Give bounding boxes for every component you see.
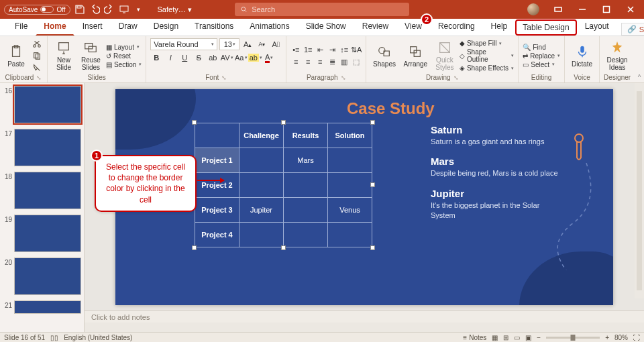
format-painter-button[interactable] (31, 62, 43, 73)
table-cell[interactable] (239, 172, 284, 197)
tab-transitions[interactable]: Transitions (186, 17, 241, 36)
ribbon-display-icon[interactable] (547, 0, 569, 19)
tab-layout[interactable]: Layout (577, 17, 617, 36)
align-center-button[interactable]: ≡ (303, 56, 313, 67)
tab-table-design[interactable]: Table Design (515, 19, 576, 36)
zoom-level[interactable]: 80% (614, 334, 628, 341)
copy-button[interactable] (31, 50, 43, 61)
table-cell[interactable] (284, 222, 328, 247)
table-cell[interactable]: Project 4 (195, 222, 239, 247)
search-box[interactable] (235, 3, 409, 16)
font-color-button[interactable]: A▾ (263, 52, 275, 63)
zoom-in-button[interactable]: + (605, 334, 609, 341)
tab-design[interactable]: Design (146, 17, 186, 36)
thumbnail-18[interactable] (14, 172, 81, 209)
replace-button[interactable]: ⇄ Replace▾ (523, 52, 560, 60)
decrease-indent-button[interactable]: ⇤ (315, 44, 325, 55)
bold-button[interactable]: B (150, 52, 162, 63)
thumbnail-21[interactable] (14, 300, 81, 314)
redo-icon[interactable] (104, 4, 115, 15)
close-icon[interactable] (620, 0, 641, 19)
decrease-font-button[interactable]: A▾ (256, 39, 268, 50)
table-cell[interactable] (284, 197, 328, 222)
search-input[interactable] (252, 5, 404, 13)
table-cell[interactable]: Project 3 (195, 197, 239, 222)
selection-handle[interactable] (192, 120, 197, 125)
find-button[interactable]: 🔍 Find (523, 44, 560, 51)
dialog-launcher-icon[interactable]: ⤡ (221, 74, 227, 81)
vertical-scrollbar[interactable] (635, 83, 644, 298)
select-button[interactable]: ▭ Select▾ (523, 61, 560, 68)
tab-home[interactable]: Home (36, 17, 74, 36)
table-cell[interactable] (195, 123, 239, 148)
shape-outline-button[interactable]: ◇ Shape Outline▾ (460, 48, 514, 63)
text-direction-button[interactable]: ⇅A (351, 44, 362, 55)
clear-formatting-button[interactable]: A⃠ (270, 39, 282, 50)
autosave-toggle[interactable]: AutoSave Off (4, 5, 70, 15)
dialog-launcher-icon[interactable]: ⤡ (341, 74, 346, 81)
dialog-launcher-icon[interactable]: ⤡ (36, 74, 42, 81)
undo-icon[interactable] (89, 4, 100, 15)
align-left-button[interactable]: ≡ (290, 56, 301, 67)
thumbnail-17[interactable] (14, 129, 81, 166)
table-cell[interactable] (328, 172, 372, 197)
shape-fill-button[interactable]: ◆ Shape Fill▾ (460, 40, 514, 47)
align-right-button[interactable]: ≡ (315, 56, 325, 67)
thumbnail-19[interactable] (14, 215, 81, 252)
document-name[interactable]: Safety… ▾ (158, 5, 192, 14)
table-cell[interactable]: Mars (284, 148, 328, 172)
increase-font-button[interactable]: A▴ (241, 39, 254, 50)
selection-handle[interactable] (281, 120, 286, 125)
justify-button[interactable]: ≣ (327, 56, 337, 67)
tab-insert[interactable]: Insert (74, 17, 111, 36)
horizontal-scrollbar[interactable] (85, 323, 644, 332)
fit-to-window-icon[interactable]: ⛶ (633, 334, 640, 341)
table-cell[interactable] (328, 222, 372, 247)
tab-review[interactable]: Review (354, 17, 396, 36)
paste-button[interactable]: Paste (4, 43, 28, 69)
table-cell[interactable]: Project 2 (195, 172, 239, 197)
change-case-button[interactable]: Aa▾ (235, 52, 247, 63)
columns-button[interactable]: ▥ (339, 56, 350, 67)
notes-toggle[interactable]: ≡ Notes (463, 334, 486, 341)
increase-indent-button[interactable]: ⇥ (327, 44, 337, 55)
notes-pane[interactable]: Click to add notes (85, 310, 644, 323)
table-object[interactable]: Challenge Results Solution Project 1 Mar… (195, 123, 372, 247)
zoom-out-button[interactable]: − (537, 334, 541, 341)
tab-draw[interactable]: Draw (111, 17, 146, 36)
slideshow-view-icon[interactable]: ▣ (525, 334, 531, 341)
zoom-slider[interactable] (546, 337, 600, 339)
language-status[interactable]: English (United States) (64, 334, 132, 341)
shape-effects-button[interactable]: ◈ Shape Effects▾ (460, 64, 514, 72)
sorter-view-icon[interactable]: ⊞ (503, 334, 508, 341)
reset-button[interactable]: ↺ Reset (106, 52, 142, 60)
italic-button[interactable]: I (164, 52, 176, 63)
table-cell[interactable]: Challenge (239, 123, 284, 148)
selection-handle[interactable] (370, 245, 375, 250)
numbering-button[interactable]: 1≡ (303, 44, 313, 55)
layout-button[interactable]: ▦ Layout▾ (106, 44, 142, 51)
reuse-slides-button[interactable]: Reuse Slides (78, 39, 103, 72)
table-cell[interactable]: Results (284, 123, 328, 148)
dictate-button[interactable]: Dictate (569, 43, 595, 69)
table-cell[interactable]: Venus (328, 197, 372, 222)
tab-animations[interactable]: Animations (241, 17, 297, 36)
arrange-button[interactable]: Arrange (401, 43, 430, 69)
slide-text-block[interactable]: SaturnSaturn is a gas giant and has ring… (431, 124, 565, 230)
cut-button[interactable] (31, 38, 43, 49)
selection-handle[interactable] (370, 182, 375, 187)
table-cell-selected[interactable]: Project 1 (195, 148, 239, 172)
table-cell[interactable] (239, 148, 284, 172)
minimize-icon[interactable] (572, 0, 593, 19)
normal-view-icon[interactable]: ▦ (492, 334, 498, 341)
thumbnail-20[interactable] (14, 258, 81, 295)
quick-styles-button[interactable]: Quick Styles (433, 39, 457, 72)
save-icon[interactable] (74, 4, 85, 15)
accessibility-icon[interactable]: ▯▯ (50, 334, 58, 341)
maximize-icon[interactable] (596, 0, 617, 19)
reading-view-icon[interactable]: ▭ (514, 334, 520, 341)
highlight-button[interactable]: ab▾ (249, 52, 261, 63)
table-cell[interactable] (328, 148, 372, 172)
line-spacing-button[interactable]: ↕≡ (339, 44, 350, 55)
smartart-button[interactable]: ⬚ (351, 56, 362, 67)
